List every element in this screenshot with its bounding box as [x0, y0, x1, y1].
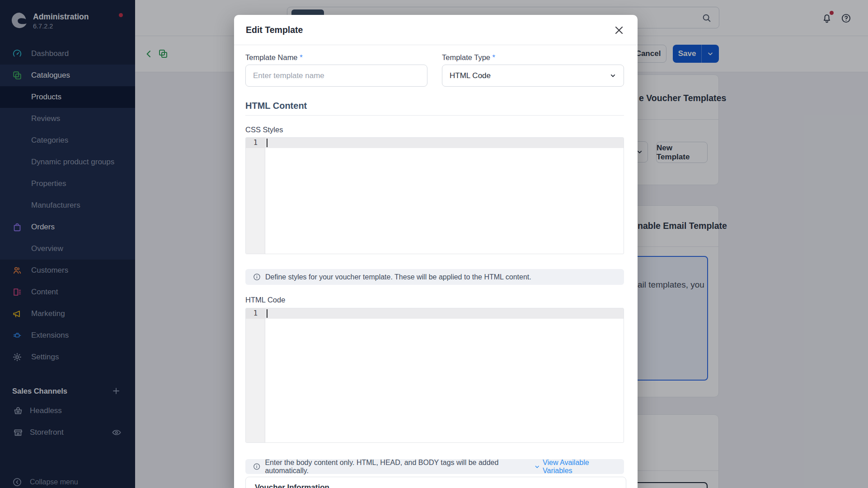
line-number: 1 [246, 309, 265, 317]
css-styles-label: CSS Styles [245, 125, 283, 134]
template-type-select[interactable]: HTML Code [442, 65, 624, 87]
editor-gutter [246, 308, 265, 442]
required-asterisk: * [300, 53, 302, 61]
css-styles-code-editor[interactable]: 1 [245, 137, 624, 254]
template-type-label: Template Type * [442, 53, 495, 62]
html-info-text: Enter the body content only. HTML, HEAD,… [265, 459, 534, 475]
app-screen: Cancel Save e Voucher Templates New Temp… [0, 0, 868, 488]
css-info-text: Define styles for your voucher template.… [265, 273, 531, 281]
editor-cursor [267, 309, 267, 318]
html-info-bar: Enter the body content only. HTML, HEAD,… [245, 459, 624, 474]
html-code-editor[interactable]: 1 [245, 308, 624, 443]
edit-template-modal: Edit Template Template Name * Template T… [234, 15, 638, 488]
chevron-down-icon [534, 464, 540, 470]
line-number: 1 [246, 139, 265, 147]
modal-title: Edit Template [246, 25, 303, 35]
editor-cursor [267, 139, 267, 147]
editor-active-line [246, 308, 624, 319]
required-asterisk: * [493, 53, 495, 61]
template-name-input[interactable] [245, 65, 427, 87]
voucher-information-box: Voucher Information [245, 477, 626, 488]
html-content-heading: HTML Content [245, 101, 307, 111]
voucher-information-heading: Voucher Information [255, 483, 329, 488]
info-icon [253, 463, 260, 470]
view-available-variables-link[interactable]: View Available Variables [534, 459, 618, 475]
chevron-down-icon [610, 72, 616, 79]
close-icon[interactable] [613, 24, 625, 36]
html-code-label: HTML Code [245, 296, 285, 304]
template-name-label: Template Name * [245, 53, 303, 62]
section-divider [245, 115, 624, 116]
info-icon [253, 273, 261, 281]
modal-header: Edit Template [234, 15, 638, 45]
editor-active-line [246, 138, 624, 148]
editor-gutter [246, 138, 265, 254]
css-info-bar: Define styles for your voucher template.… [245, 269, 624, 285]
